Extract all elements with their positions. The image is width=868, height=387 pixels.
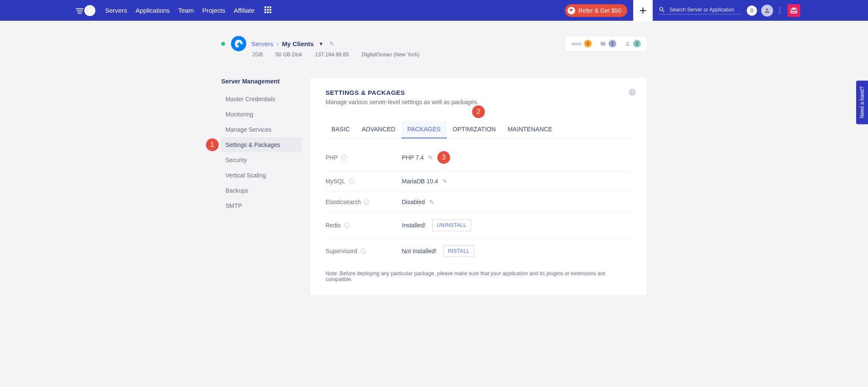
pkg-label-supervisord: Supervisord (326, 248, 357, 254)
help-side-tab[interactable]: Need a hand? (856, 80, 868, 124)
svg-rect-6 (264, 9, 266, 11)
annotation-2: 2 (472, 105, 485, 118)
card-subtitle: Manage various server-level settings as … (326, 99, 632, 105)
pkg-label-mysql: MySQL (326, 178, 345, 185)
search-box[interactable] (659, 6, 741, 14)
svg-rect-12 (236, 46, 237, 47)
main-layout: Server Management Master Credentials Mon… (221, 78, 647, 295)
pkg-value-mysql: MariaDB 10.4 (402, 178, 438, 185)
svg-rect-7 (267, 9, 269, 11)
dropdown-caret-icon[interactable]: ▾ (320, 40, 323, 47)
tabs: BASIC ADVANCED 2 PACKAGES OPTIMIZATION M… (326, 121, 632, 138)
settings-card: ? SETTINGS & PACKAGES Manage various ser… (310, 78, 647, 295)
search-icon (659, 6, 665, 13)
sidebar-item-vertical-scaling[interactable]: Vertical Scaling (221, 168, 302, 183)
status-indicator-icon (221, 42, 225, 46)
nav-affiliate[interactable]: Affiliate (234, 7, 254, 14)
badge-www[interactable]: www 5 (571, 40, 592, 47)
sidebar-item-monitoring[interactable]: Monitoring (221, 107, 302, 122)
sidebar-item-manage-services[interactable]: Manage Services (221, 122, 302, 137)
server-header: Servers › My Clients ▾ ✎ www 5 1 2 (221, 36, 647, 51)
nav-servers[interactable]: Servers (105, 7, 127, 14)
user-avatar[interactable] (761, 5, 773, 17)
badge-projects[interactable]: 1 (600, 40, 616, 47)
stat-ip: 137.184.98.65 (315, 52, 349, 58)
edit-elasticsearch-icon[interactable]: ✎ (429, 199, 434, 205)
header-badges: www 5 1 2 (565, 36, 647, 51)
pkg-value-supervisord: Not Installed! (402, 248, 437, 254)
logo-icon[interactable] (75, 5, 97, 16)
add-button[interactable] (633, 0, 653, 21)
edit-mysql-icon[interactable]: ✎ (442, 178, 448, 185)
tab-label: PACKAGES (407, 126, 441, 133)
www-count: 5 (584, 40, 592, 47)
sidebar-item-smtp[interactable]: SMTP (221, 198, 302, 213)
tab-basic[interactable]: BASIC (326, 121, 356, 138)
breadcrumb-root[interactable]: Servers (251, 40, 273, 47)
sidebar-item-backups[interactable]: Backups (221, 183, 302, 198)
info-icon[interactable]: i (349, 179, 354, 184)
topnav-left: Servers Applications Team Projects Affil… (75, 0, 271, 21)
sidebar-title: Server Management (221, 78, 302, 85)
stat-disk: 50 GB Disk (275, 52, 302, 58)
breadcrumb-current: My Clients (282, 40, 314, 47)
pkg-label-redis: Redis (326, 222, 341, 229)
svg-rect-10 (267, 11, 269, 13)
tab-packages[interactable]: 2 PACKAGES (401, 121, 447, 138)
tab-optimization[interactable]: OPTIMIZATION (447, 121, 502, 138)
svg-rect-3 (264, 6, 266, 8)
kebab-menu-icon[interactable]: ⋮ (776, 6, 783, 14)
package-row-php: PHP i PHP 7.4 ✎ 3 (326, 144, 632, 171)
pkg-label-php: PHP (326, 154, 338, 161)
tab-advanced[interactable]: ADVANCED (356, 121, 402, 138)
gift-icon (790, 7, 798, 14)
annotation-1: 1 (206, 138, 219, 151)
apps-grid-icon[interactable] (264, 6, 271, 14)
pkg-value-redis: Installed! (402, 222, 426, 229)
svg-rect-13 (236, 45, 238, 47)
refer-button[interactable]: ❤ Refer & Get $50 (565, 4, 627, 17)
note-prefix: Note: (326, 271, 338, 276)
info-icon[interactable]: i (341, 155, 347, 160)
sidebar-item-security[interactable]: Security (221, 152, 302, 168)
package-row-mysql: MySQL i MariaDB 10.4 ✎ (326, 171, 632, 192)
folder-icon (600, 41, 606, 47)
tab-maintenance[interactable]: MAINTENANCE (502, 121, 559, 138)
edit-name-icon[interactable]: ✎ (329, 40, 334, 47)
users-count: 2 (633, 40, 641, 47)
info-icon[interactable]: i (344, 223, 350, 228)
svg-rect-4 (267, 6, 269, 8)
help-icon[interactable]: ? (629, 89, 636, 96)
server-stats: 2GB 50 GB Disk 137.184.98.65 DigitalOcea… (221, 52, 647, 58)
sidebar-item-master-credentials[interactable]: Master Credentials (221, 91, 302, 107)
stat-ram: 2GB (252, 52, 263, 58)
nav-applications[interactable]: Applications (136, 7, 170, 14)
card-title: SETTINGS & PACKAGES (326, 89, 632, 96)
chevron-right-icon: › (277, 40, 279, 47)
nav-team[interactable]: Team (178, 7, 194, 14)
note-body: Before deploying any particular package,… (326, 271, 605, 282)
gift-button[interactable] (787, 4, 800, 17)
sidebar: Server Management Master Credentials Mon… (221, 78, 302, 213)
topnav-right: ❤ Refer & Get $50 0 ⋮ (565, 0, 868, 21)
info-icon[interactable]: i (361, 249, 366, 254)
notification-badge[interactable]: 0 (747, 6, 757, 16)
badge-users[interactable]: 2 (625, 40, 641, 47)
annotation-3: 3 (437, 151, 450, 164)
sidebar-item-settings-packages[interactable]: 1 Settings & Packages (221, 137, 302, 152)
nav-projects[interactable]: Projects (202, 7, 225, 14)
provider-logo-icon (231, 36, 246, 51)
sidebar-item-label: Settings & Packages (225, 141, 280, 148)
install-supervisord-button[interactable]: INSTALL (443, 245, 474, 257)
info-icon[interactable]: i (364, 199, 370, 205)
svg-point-2 (87, 8, 93, 14)
pkg-label-elasticsearch: Elasticsearch (326, 199, 361, 205)
pkg-value-php: PHP 7.4 (402, 154, 424, 161)
stat-provider: DigitalOcean (New York) (362, 52, 419, 58)
uninstall-redis-button[interactable]: UNINSTALL (432, 219, 471, 231)
footer-note: Note: Before deploying any particular pa… (326, 271, 632, 282)
svg-rect-5 (270, 6, 271, 8)
refer-label: Refer & Get $50 (579, 7, 621, 14)
search-input[interactable] (669, 6, 741, 13)
edit-php-icon[interactable]: ✎ (428, 154, 433, 161)
